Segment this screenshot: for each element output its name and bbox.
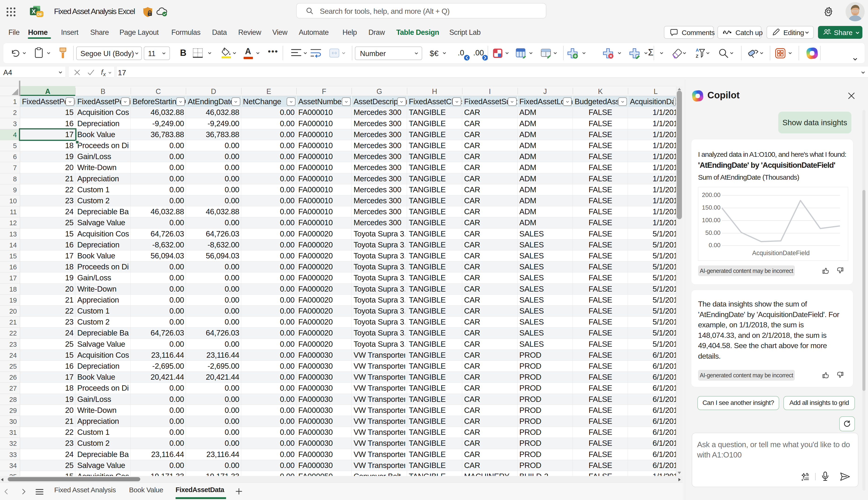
svg-text:Z: Z <box>696 54 699 59</box>
svg-text:A: A <box>696 48 699 53</box>
svg-text:DF: DF <box>37 12 43 16</box>
svg-text:X: X <box>32 8 36 15</box>
